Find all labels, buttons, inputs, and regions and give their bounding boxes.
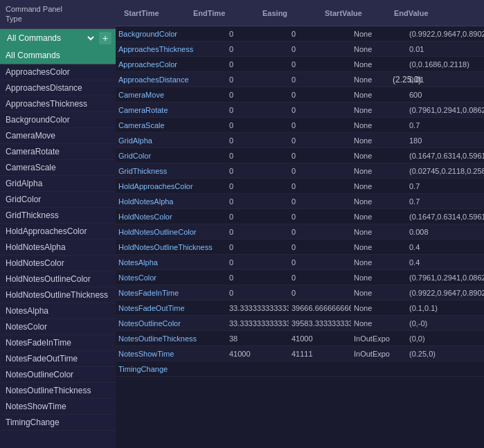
table-row[interactable]: GridThickness00None(0.02745,0.2118,0.258… [116,163,484,179]
table-cell: 0 [226,28,289,39]
command-item[interactable]: CameraRotate [0,144,116,160]
table-row[interactable]: ApproachesThickness00None0.010.01 [116,42,484,57]
table-cell: (0.1647,0.6314,0.5961) [406,211,484,222]
table-row[interactable]: NotesAlpha00None0.40.4 [116,255,484,270]
panel-header: Command Panel Type [0,0,116,29]
table-cell: (0,0) [406,333,484,344]
table-cell: ApproachesDistance [116,74,226,85]
table-row[interactable]: HoldNotesOutlineThickness00None0.40.4 [116,240,484,255]
table-row[interactable]: HoldNotesColor00None(0.1647,0.6314,0.596… [116,209,484,224]
table-cell: None [351,226,406,238]
table-row[interactable]: GridAlpha00None180180 [116,133,484,148]
col-endvalue: EndValue [391,6,460,20]
add-command-button[interactable]: + [99,32,111,44]
command-item[interactable]: ApproachesThickness [0,96,116,112]
left-panel: Command Panel Type All Commands + AlI Co… [0,0,116,448]
command-item[interactable]: ApproachesColor [0,64,116,80]
table-cell: None [351,44,406,55]
table-row[interactable]: ApproachesDistance00None0.010.01 [116,72,484,87]
command-item[interactable]: GridAlpha [0,176,116,192]
table-cell: 0 [226,287,289,298]
command-item[interactable]: HoldApproachesColor [0,224,116,240]
command-item[interactable]: ApproachesDistance [0,80,116,96]
table-cell: None [351,165,406,177]
table-cell: 41111 [289,348,351,359]
table-row[interactable]: NotesFadeOutTime33.333333333333639666.66… [116,301,484,316]
table-header-row: StartTime EndTime Easing StartValue EndV… [116,0,484,26]
table-cell: 0.7 [406,181,484,192]
table-cell: GridColor [116,150,226,161]
table-cell: None [351,59,406,70]
table-row[interactable]: HoldApproachesColor00None0.70.7 [116,179,484,194]
col-startvalue: StartValue [322,6,391,20]
table-cell: 41000 [289,333,351,344]
table-cell: 0.7 [406,196,484,207]
command-item[interactable]: BackgroundColor [0,112,116,128]
table-cell: 0 [226,165,289,177]
table-cell: 0 [289,226,351,238]
table-row[interactable]: NotesOutlineColor33.333333333333639583.3… [116,316,484,331]
table-cell: 0 [289,120,351,131]
table-row[interactable]: CameraMove00None600600 [116,87,484,102]
command-item[interactable]: HoldNotesOutlineThickness [0,287,116,303]
command-item[interactable]: NotesOutlineColor [0,367,116,383]
table-cell: (0.1647,0.6314,0.5961) [406,150,484,161]
all-commands-item[interactable]: AlI Commands [0,47,116,64]
dropdown-row[interactable]: All Commands + [0,29,116,47]
table-row[interactable]: NotesFadeInTime00None(0.9922,0.9647,0.89… [116,285,484,301]
command-item[interactable]: HoldNotesColor [0,256,116,271]
table-row[interactable]: HoldNotesOutlineColor00None0.0080.008 [116,224,484,240]
data-table: BackgroundColor00None(0.9922,0.9647,0.89… [116,26,484,448]
table-row[interactable]: ApproachesColor00None(0,0.1686,0.2118)(0… [116,57,484,72]
command-item[interactable]: HoldNotesAlpha [0,240,116,256]
command-item[interactable]: GridColor [0,192,116,208]
table-row[interactable]: GridColor00None(0.1647,0.6314,0.5961)(0.… [116,148,484,163]
command-item[interactable]: NotesFadeOutTime [0,351,116,367]
table-cell: 0 [226,272,289,283]
table-row[interactable]: TimingChange [116,361,484,377]
table-cell: 0 [289,59,351,70]
command-item[interactable]: NotesShowTime [0,399,116,415]
table-cell: HoldNotesOutlineThickness [116,242,226,253]
table-cell: 0 [289,257,351,268]
table-row[interactable]: NotesColor00None(0.7961,0.2941,0.08628)(… [116,270,484,285]
table-row[interactable]: NotesShowTime4100041111InOutExpo(0.25,0)… [116,346,484,361]
table-cell: GridAlpha [116,135,226,146]
table-cell: HoldNotesOutlineColor [116,226,226,238]
command-item[interactable]: NotesOutlineThickness [0,383,116,399]
table-cell: None [351,28,406,39]
table-cell: 0 [226,120,289,131]
table-cell: InOutExpo [351,348,406,359]
table-row[interactable]: CameraScale00None0.70.7 [116,118,484,133]
table-cell: 0 [289,74,351,85]
table-cell [226,368,289,370]
table-cell: NotesAlpha [116,257,226,268]
table-cell: 41000 [226,348,289,359]
table-row[interactable]: NotesOutlineThickness3841000InOutExpo(0,… [116,331,484,346]
table-cell: ApproachesThickness [116,44,226,55]
table-cell: 0 [226,89,289,100]
command-item[interactable]: CameraMove [0,128,116,144]
table-cell: HoldNotesAlpha [116,196,226,207]
command-item[interactable]: TimingChange [0,415,116,431]
command-item[interactable]: NotesColor [0,319,116,335]
table-cell: CameraScale [116,120,226,131]
command-item[interactable]: HoldNotesOutlineColor [0,271,116,287]
table-cell: 0 [226,105,289,116]
table-row[interactable]: BackgroundColor00None(0.9922,0.9647,0.89… [116,26,484,42]
command-item[interactable]: GridThickness [0,208,116,224]
table-row[interactable]: CameraRotate00None(0.7961,0.2941,0.08628… [116,102,484,118]
table-cell: 0 [289,135,351,146]
table-cell: GridThickness [116,165,226,177]
command-item[interactable]: CameraScale [0,160,116,176]
command-type-dropdown[interactable]: All Commands [4,33,96,44]
table-cell: 0 [226,257,289,268]
table-cell: NotesFadeInTime [116,287,226,298]
col-endtime: EndTime [190,6,260,20]
table-cell: (0.1,0.1) [406,303,484,314]
table-row[interactable]: HoldNotesAlpha00None0.70.7 [116,194,484,209]
table-cell: (0.02745,0.2118,0.2588) [406,165,484,177]
command-item[interactable]: NotesFadeInTime [0,335,116,351]
command-item[interactable]: NotesAlpha [0,303,116,319]
table-cell: None [351,303,406,314]
